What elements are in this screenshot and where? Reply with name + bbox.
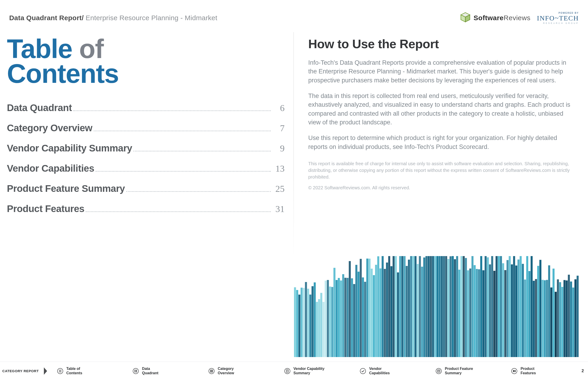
svg-rect-125 [561,287,563,357]
svg-rect-17 [325,281,327,357]
svg-rect-88 [480,256,482,357]
svg-rect-36 [366,259,368,357]
svg-rect-42 [379,268,382,357]
svg-rect-27 [346,278,349,357]
quadrant-icon [133,368,139,374]
svg-rect-49 [395,256,397,357]
svg-rect-57 [412,256,414,357]
svg-rect-66 [432,256,434,357]
svg-point-152 [284,368,290,374]
toc-item-label: Category Overview [7,123,92,133]
nav-category-report[interactable]: CATEGORY REPORT [0,362,47,380]
svg-rect-95 [496,256,498,357]
howto-paragraph-1: Info-Tech's Data Quadrant Reports provid… [308,58,575,85]
svg-rect-163 [514,370,515,372]
svg-rect-7 [303,288,305,357]
svg-rect-29 [351,278,353,357]
softwarereviews-logo: SoftwareReviews [459,11,530,24]
nav-item-category-overview[interactable]: Category Overview [199,367,274,375]
svg-rect-8 [305,282,307,357]
nav-item-toc[interactable]: Table of Contents [47,367,123,375]
svg-rect-45 [386,263,388,357]
svg-rect-109 [526,256,528,357]
toc-dots [94,131,271,131]
svg-rect-82 [467,270,469,357]
svg-rect-31 [355,265,357,357]
svg-rect-79 [461,256,463,357]
svg-rect-19 [329,287,331,357]
svg-rect-87 [478,269,480,357]
summary-icon [436,368,442,374]
svg-rect-24 [340,280,342,357]
nav-item-label: Category Overview [218,367,234,375]
svg-rect-35 [364,282,366,357]
nav-item-label: Data Quadrant [142,367,158,375]
toc-item-product-feature-summary[interactable]: Product Feature Summary 25 [7,183,284,194]
toc-item-product-features[interactable]: Product Features 31 [7,203,284,214]
list-icon [57,368,63,374]
svg-rect-61 [421,267,423,357]
svg-rect-97 [500,256,502,357]
toc-title-line2: Contents [7,59,119,89]
nav-item-vendor-capability-summary[interactable]: Vendor Capability Summary [274,367,350,375]
svg-rect-80 [463,256,465,357]
nav-item-vendor-capabilities[interactable]: Vendor Capabilities [350,367,426,375]
svg-rect-38 [371,269,373,357]
svg-rect-112 [533,281,535,357]
infotech-logo: POWERED BY INFO~TECH RESEARCH GROUP [537,12,579,24]
svg-rect-101 [509,256,511,357]
svg-rect-72 [445,256,447,357]
svg-rect-83 [469,268,471,357]
nav-item-label: Vendor Capabilities [369,367,390,375]
svg-rect-111 [530,256,533,357]
svg-rect-3 [294,287,296,357]
svg-rect-68 [436,256,439,357]
nav-item-data-quadrant[interactable]: Data Quadrant [123,367,199,375]
svg-rect-126 [563,280,566,357]
svg-rect-81 [465,258,467,357]
svg-rect-150 [211,372,212,372]
toc-item-vendor-capability-summary[interactable]: Vendor Capability Summary 9 [7,143,284,154]
svg-rect-96 [498,256,500,357]
svg-rect-107 [522,264,524,357]
infotech-powered-by: POWERED BY [537,12,579,14]
toc-item-data-quadrant[interactable]: Data Quadrant 6 [7,102,284,113]
toc-item-vendor-capabilities[interactable]: Vendor Capabilities 13 [7,163,284,174]
breadcrumb-title: Data Quadrant Report/ [9,14,84,21]
svg-rect-128 [568,275,570,357]
toc-item-category-overview[interactable]: Category Overview 7 [7,123,284,133]
svg-rect-67 [434,256,436,357]
legal-disclaimer: This report is available free of charge … [308,160,575,180]
svg-rect-75 [452,256,454,357]
svg-rect-158 [437,370,440,372]
legal-copyright: © 2022 SoftwareReviews.com. All rights r… [308,185,575,191]
nav-item-product-feature-summary[interactable]: Product Feature Summary [426,367,501,375]
svg-rect-4 [296,290,298,357]
nav-item-label: Product Features [521,367,536,375]
check-icon [360,368,366,374]
svg-rect-16 [323,302,324,357]
toc-item-page: 13 [273,163,284,174]
howto-body: Info-Tech's Data Quadrant Reports provid… [308,58,579,151]
svg-rect-127 [566,280,568,357]
svg-point-156 [360,368,366,374]
svg-point-157 [436,368,442,374]
toc-dots [86,211,271,212]
svg-rect-93 [491,256,493,357]
svg-rect-139 [136,370,137,371]
svg-rect-59 [417,264,419,357]
svg-rect-28 [349,261,351,357]
toc-item-page: 9 [273,143,284,154]
logo-text-light: Reviews [504,14,530,21]
nav-item-product-features[interactable]: Product Features [501,367,577,375]
svg-rect-15 [320,293,322,357]
svg-rect-76 [454,259,456,357]
svg-rect-77 [456,256,458,357]
toc-item-page: 25 [273,183,284,194]
svg-rect-56 [410,256,412,357]
svg-rect-98 [502,263,504,357]
svg-rect-121 [553,269,555,357]
svg-rect-20 [331,287,333,357]
nav-item-label: Product Feature Summary [445,367,473,375]
bottom-nav: CATEGORY REPORT Table of Contents Data Q… [0,362,588,380]
